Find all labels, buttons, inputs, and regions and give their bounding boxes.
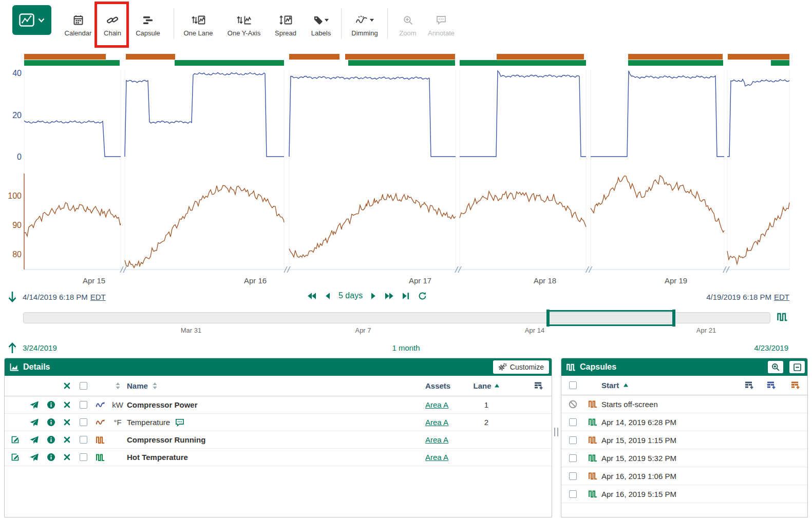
lane-column-header[interactable]: Lane [473,381,491,390]
item-info-button[interactable] [47,453,55,462]
remove-item-button[interactable] [64,436,70,443]
customize-button[interactable]: Customize [493,360,549,374]
timeline-selection[interactable] [547,310,674,326]
remove-all-icon[interactable] [59,382,74,389]
capsule-checkbox[interactable] [569,418,577,426]
assets-column-header[interactable]: Assets [425,381,458,390]
toolbar-button-spread[interactable]: Spread [271,14,300,37]
unit-label: °F [108,418,127,427]
worksheet-view-dropdown-button[interactable] [12,5,51,35]
capsule-start-time[interactable]: Starts off-screen [601,400,807,409]
edit-button[interactable] [11,453,20,462]
capsules-table-row: Apr 14, 2019 6:28 PM [561,413,807,431]
select-all-capsules-checkbox[interactable] [569,381,577,389]
condition-icon [96,454,105,461]
capsule-lane-icon[interactable] [777,313,788,321]
toolbar-button-one-lane[interactable]: One Lane [181,14,216,37]
capsule-start-time[interactable]: Apr 16, 2019 5:15 PM [601,490,807,498]
row-checkbox[interactable] [80,401,87,409]
capsule-start-time[interactable]: Apr 15, 2019 5:32 PM [601,454,807,463]
toolbar-button-one-y-axis[interactable]: One Y-Axis [224,14,264,37]
toolbar-button-label: One Lane [183,29,213,37]
toolbar-button-labels[interactable]: Labels [308,14,334,37]
capsule-bar-green [771,60,789,66]
capsule-time-icon [143,16,153,25]
step-to-end-icon[interactable] [402,292,410,300]
capsule-bar-orange [628,54,723,60]
send-to-display-button[interactable] [30,401,39,409]
step-back-icon[interactable] [325,292,330,300]
capsule-start-time[interactable]: Apr 15, 2019 1:15 PM [601,436,807,445]
add-column-icon[interactable] [745,381,759,390]
range-start-timezone[interactable]: EDT [90,293,106,301]
refresh-icon[interactable] [418,292,427,300]
capsules-table-row: Apr 15, 2019 1:15 PM [561,431,807,449]
item-info-button[interactable] [47,435,55,444]
arrow-down-icon[interactable] [7,291,17,303]
add-stat-column-icon[interactable] [759,381,784,390]
customize-button-label: Customize [510,363,544,371]
capsule-checkbox[interactable] [569,436,577,444]
range-duration[interactable]: 5 days [338,291,363,300]
toolbar-button-dimming[interactable]: Dimming [349,14,381,37]
asset-link[interactable]: Area A [425,400,448,409]
comment-icon[interactable] [175,418,184,427]
select-all-checkbox[interactable] [80,382,87,390]
capsule-start-time[interactable]: Apr 16, 2019 1:06 PM [601,472,807,481]
caret-down-icon [324,18,329,22]
display-range-end[interactable]: 4/19/2019 6:18 PM EDT [706,293,789,301]
capsule-checkbox[interactable] [569,490,577,498]
remove-item-button[interactable] [64,419,70,426]
capsules-collapse-button[interactable] [789,361,805,373]
item-info-button[interactable] [47,418,55,427]
remove-item-button[interactable] [64,454,70,461]
temperature-line [125,185,284,267]
caret-down-icon [369,18,374,22]
capsule-checkbox[interactable] [569,472,577,480]
toolbar-button-label: Labels [311,29,331,37]
timeline-handle-right[interactable] [672,310,675,327]
item-name: Compressor Power [127,400,198,409]
row-checkbox[interactable] [80,418,87,426]
asset-link[interactable]: Area A [425,418,448,427]
toolbar-button-chain[interactable]: Chain [100,14,125,37]
capsule-start-time[interactable]: Apr 14, 2019 6:28 PM [601,418,807,427]
send-to-display-button[interactable] [30,418,39,427]
row-checkbox[interactable] [80,453,87,461]
panel-splitter[interactable] [552,358,561,517]
timeline-tick-label: Apr 21 [696,327,716,334]
capsules-panel-header: Capsules [561,358,807,376]
toolbar-button-label: Calendar [65,29,92,37]
sort-by-name-icon[interactable] [152,382,158,390]
trend-chart[interactable]: 402001009080 Apr 15Apr 16Apr 17Apr 18Apr… [0,51,812,287]
name-column-header[interactable]: Name [127,381,148,390]
timeline-handle-left[interactable] [546,310,550,327]
send-to-display-button[interactable] [30,436,39,444]
edit-button[interactable] [11,435,20,444]
toolbar-button-calendar[interactable]: Calendar [64,14,92,37]
row-checkbox[interactable] [80,436,87,444]
add-column-icon[interactable] [515,381,552,390]
asset-link[interactable]: Area A [425,435,448,444]
add-property-column-icon[interactable] [784,381,807,390]
x-axis-day-label: Apr 15 [83,276,105,285]
gears-icon [498,363,507,371]
step-forward-icon[interactable] [371,292,376,300]
remove-item-button[interactable] [64,401,70,408]
step-forward-double-icon[interactable] [385,292,394,300]
capsules-zoom-button[interactable] [768,361,783,373]
sort-by-type-icon[interactable] [108,382,127,390]
range-end-timezone[interactable]: EDT [774,293,789,301]
step-back-double-icon[interactable] [307,292,316,300]
capsule-checkbox[interactable] [569,454,577,462]
toolbar-button-annotate: Annotate [425,14,458,37]
asset-link[interactable]: Area A [425,453,448,462]
send-to-display-button[interactable] [30,453,39,462]
capsule-bar-green [24,60,120,66]
investigate-end[interactable]: 4/23/2019 [754,343,788,352]
display-range-start[interactable]: 4/14/2019 6:18 PM EDT [23,293,106,301]
toolbar-separator [387,8,388,39]
start-column-header[interactable]: Start [601,381,619,390]
item-info-button[interactable] [47,400,55,409]
toolbar-button-capsule[interactable]: Capsule [133,14,163,37]
